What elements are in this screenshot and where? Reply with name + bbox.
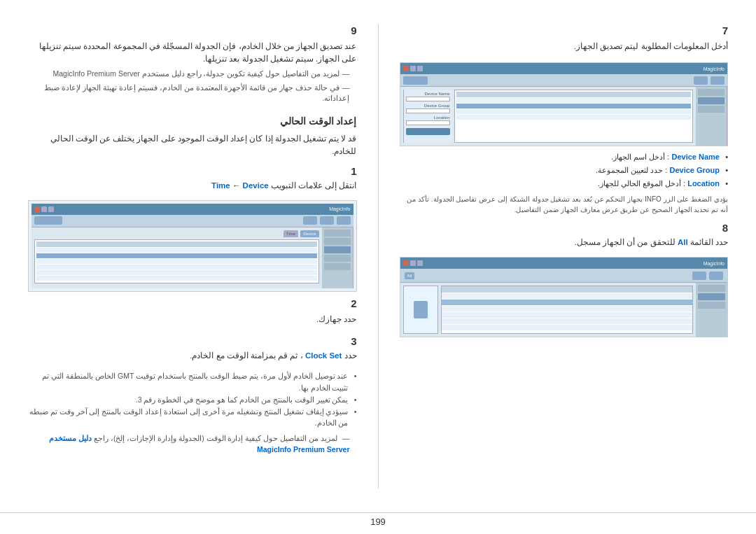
- right1-win-max: [410, 66, 416, 71]
- left-screenshot-1: MagicInfo: [28, 200, 357, 292]
- location-label: Location: [687, 179, 720, 188]
- magic-ui-right2: MagicInfo All: [400, 258, 728, 337]
- location-item: Location : أدخل الموقع الحالي للجهاز.: [400, 177, 729, 190]
- nav-item-1: [324, 230, 351, 237]
- magic2-all-tab[interactable]: All: [405, 272, 415, 279]
- magic2-toolbar-1[interactable]: [709, 272, 723, 280]
- step-8-text-start: حدد القائمة: [690, 238, 728, 246]
- magic2-content: [400, 283, 696, 337]
- table-row-4: [36, 265, 317, 269]
- toolbar-btn-1[interactable]: [337, 216, 351, 225]
- table-row-6: [36, 276, 317, 281]
- right1-titlebar: MagicInfo: [400, 63, 728, 74]
- tab-device[interactable]: Device: [300, 230, 318, 237]
- right1-nav-1: [698, 89, 724, 96]
- step-8: 8 حدد القائمة All للتحقق من أن الجهاز مس…: [400, 222, 729, 247]
- column-divider: [378, 24, 379, 489]
- magic2-nav-2: [698, 293, 725, 300]
- device-group-desc: حدد لتعیین المجموعة.: [596, 166, 663, 174]
- table-row-area: [34, 239, 319, 283]
- step-9-number: 9: [28, 24, 357, 36]
- right1-win-close: [403, 66, 409, 71]
- magic2-sidebar: [696, 283, 727, 337]
- right1-nav-2: [698, 97, 724, 104]
- right1-toolbar-1[interactable]: [710, 76, 724, 85]
- right1-form-panel: Device Name Device Group Location: [403, 90, 452, 143]
- list-row-4: [442, 312, 693, 318]
- right1-row-3: [456, 109, 692, 114]
- right-screenshot-2: MagicInfo All: [400, 257, 729, 337]
- step-9-sub1: لمزید من التفاصیل حول كیفیة تكوین جدولة،…: [28, 69, 357, 80]
- bottom-border: [0, 512, 756, 513]
- magic-toolbar: [31, 215, 354, 227]
- table-row-selected: [36, 253, 317, 258]
- nav-item-3: [324, 246, 351, 253]
- right1-submit[interactable]: [406, 128, 450, 135]
- page-number: 199: [370, 517, 386, 527]
- magic2-win-min: [417, 260, 423, 266]
- nav-item-5: [324, 263, 351, 270]
- win-buttons: [34, 206, 54, 212]
- magic2-list: [441, 286, 694, 334]
- magic2-toolbar-2[interactable]: [692, 272, 706, 280]
- right1-nav-3: [698, 106, 724, 113]
- right1-toolbar-right[interactable]: [403, 76, 428, 85]
- step-7: 7 أدخل المعلومات المطلوبة لیتم تصدیق الج…: [400, 24, 729, 52]
- right1-input-location[interactable]: [406, 120, 450, 125]
- page-container: 9 عند تصدیق الجهاز من خلال الخادم، فإن ا…: [0, 0, 756, 534]
- toolbar-btn-right[interactable]: [34, 216, 62, 225]
- step-8-navigate: حدد القائمة All للتحقق من أن الجهاز مسجل…: [400, 237, 729, 247]
- bullets-sub: لمزید من التفاصیل حول كیفیة إدارة الوقت …: [28, 433, 357, 456]
- right1-field-name: Device Name: [406, 92, 450, 101]
- step-2-text: حدد جهازك.: [28, 313, 357, 325]
- device-name-label: Device Name: [672, 153, 720, 161]
- step-1-arrow: ←: [232, 181, 241, 190]
- step-3-text-end: ، ثم قم بمزامنة الوقت مع الخادم.: [190, 351, 302, 360]
- step-1-text-start: انتقل إلى علامات التبویب: [271, 181, 357, 190]
- right1-input-name[interactable]: [406, 97, 450, 101]
- table-row-3: [36, 259, 317, 264]
- right1-win-buttons: [403, 66, 423, 71]
- right1-toolbar-2[interactable]: [694, 76, 708, 85]
- bullet-2: یمكن تغییر الوقت بالمنتج من الخادم كما ه…: [28, 394, 357, 406]
- tab-row: Device Time: [34, 230, 319, 237]
- win-max: [41, 206, 47, 212]
- right1-row-4: [456, 115, 692, 120]
- right1-table-header: [456, 92, 692, 97]
- step-1-navigate: انتقل إلى علامات التبویب Time ← Device: [28, 181, 357, 190]
- list-row-6: [442, 325, 693, 330]
- right-column: 7 أدخل المعلومات المطلوبة لیتم تصدیق الج…: [400, 24, 729, 489]
- location-colon: :: [681, 179, 685, 188]
- right1-input-group[interactable]: [406, 108, 450, 113]
- right1-main: Device Name Device Group Location: [400, 87, 696, 146]
- step-8-number: 8: [400, 222, 729, 234]
- right1-win-min: [417, 66, 423, 71]
- magic-main: Device Time: [31, 227, 322, 288]
- right-screenshot-1: MagicInfo: [400, 62, 729, 146]
- toolbar-btn-3[interactable]: [303, 216, 317, 225]
- bullet-3: سیؤدي إیقاف تشغیل المنتج وتشغیله مرة أخر…: [28, 406, 357, 430]
- magic-title: MagicInfo: [329, 206, 350, 211]
- step-1: 1 انتقل إلى علامات التبویب Time ← Device: [28, 165, 357, 190]
- step-3-navigate: حدد Clock Set ، ثم قم بمزامنة الوقت مع ا…: [28, 351, 357, 360]
- step-9-sub2: في حالة حذف جهاز من قائمة الأجهزة المعتم…: [28, 83, 357, 105]
- right1-field-location: Location: [406, 115, 450, 125]
- magic2-win-buttons: [403, 260, 423, 266]
- toolbar-btn-2[interactable]: [320, 216, 334, 225]
- device-name-desc: أدخل اسم الجهاز.: [611, 153, 665, 161]
- right1-toolbar: [400, 74, 728, 87]
- nav-item-4: [324, 255, 351, 262]
- section-note: قد لا یتم تشغیل الجدولة إذا كان إعداد ال…: [28, 132, 357, 158]
- device-name-colon: :: [665, 153, 669, 161]
- location-desc: أدخل الموقع الحالي للجهاز.: [598, 179, 681, 188]
- tab-time[interactable]: Time: [284, 230, 298, 237]
- step-1-device: Device: [243, 181, 269, 190]
- device-group-label: Device Group: [669, 166, 720, 174]
- step-8-all: All: [678, 238, 688, 246]
- step-9-text: عند تصدیق الجهاز من خلال الخادم، فإن الج…: [28, 40, 357, 66]
- magic2-top: MagicInfo: [400, 258, 728, 269]
- right1-row-1: [456, 98, 692, 103]
- right1-title: MagicInfo: [704, 66, 724, 71]
- step-2-number: 2: [28, 297, 357, 309]
- magic-ui-left: MagicInfo: [31, 204, 354, 288]
